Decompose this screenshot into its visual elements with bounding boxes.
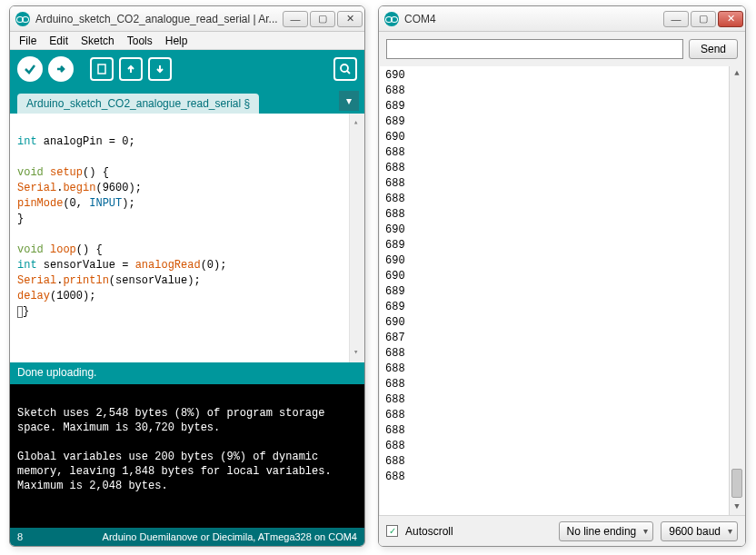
- scroll-thumb[interactable]: [731, 469, 742, 498]
- serial-line: 688: [385, 161, 739, 176]
- code-token: int: [17, 135, 37, 148]
- send-row: Send: [379, 32, 745, 66]
- serial-line: 690: [385, 130, 739, 145]
- serial-line: 688: [385, 408, 739, 423]
- code-editor[interactable]: int analogPin = 0; void setup() { Serial…: [10, 114, 364, 362]
- autoscroll-label: Autoscroll: [405, 525, 453, 538]
- tabbar: Arduino_sketch_CO2_analogue_read_serial …: [10, 88, 364, 114]
- serial-line: 688: [385, 207, 739, 223]
- serial-line: 688: [385, 145, 739, 161]
- arduino-icon: [15, 12, 30, 26]
- serial-line: 688: [385, 470, 739, 485]
- maximize-button[interactable]: ▢: [310, 11, 335, 27]
- svg-point-1: [341, 64, 348, 72]
- sketch-tab[interactable]: Arduino_sketch_CO2_analogue_read_serial …: [17, 94, 259, 114]
- arduino-ide-window: Arduino_sketch_CO2_analogue_read_serial …: [9, 5, 365, 547]
- cursor: [17, 306, 23, 318]
- menu-help[interactable]: Help: [160, 34, 194, 48]
- serial-line: 688: [385, 192, 739, 207]
- ide-titlebar[interactable]: Arduino_sketch_CO2_analogue_read_serial …: [10, 6, 364, 32]
- close-button[interactable]: ✕: [718, 11, 743, 27]
- serial-line: 688: [385, 392, 739, 408]
- serial-line: 688: [385, 84, 739, 99]
- serial-line: 689: [385, 114, 739, 130]
- send-button[interactable]: Send: [689, 39, 738, 59]
- serial-line: 688: [385, 176, 739, 192]
- baud-select[interactable]: 9600 baud: [661, 521, 738, 541]
- menu-file[interactable]: File: [14, 34, 42, 48]
- serial-line: 689: [385, 300, 739, 315]
- svg-line-2: [347, 71, 350, 74]
- serial-titlebar[interactable]: COM4 — ▢ ✕: [379, 6, 745, 32]
- ide-title: Arduino_sketch_CO2_analogue_read_serial …: [35, 13, 283, 25]
- serial-title: COM4: [404, 13, 663, 25]
- line-number: 8: [17, 531, 23, 542]
- serial-scrollbar[interactable]: ▲ ▼: [729, 66, 744, 515]
- compiler-console[interactable]: Sketch uses 2,548 bytes (8%) of program …: [10, 384, 364, 528]
- serial-line: 690: [385, 269, 739, 284]
- serial-footer: ✓ Autoscroll No line ending 9600 baud: [379, 515, 745, 546]
- upload-button[interactable]: [48, 56, 74, 82]
- serial-output[interactable]: 6906886896896906886886886886886906896906…: [380, 66, 744, 515]
- ide-footer: 8 Arduino Duemilanove or Diecimila, ATme…: [10, 528, 364, 546]
- menu-sketch[interactable]: Sketch: [75, 34, 120, 48]
- serial-line: 688: [385, 377, 739, 392]
- board-info: Arduino Duemilanove or Diecimila, ATmega…: [103, 531, 357, 542]
- serial-line: 689: [385, 284, 739, 300]
- menu-tools[interactable]: Tools: [122, 34, 158, 48]
- close-button[interactable]: ✕: [337, 11, 363, 27]
- serial-line: 690: [385, 68, 739, 84]
- serial-monitor-button[interactable]: [333, 57, 357, 81]
- serial-line: 690: [385, 253, 739, 269]
- verify-button[interactable]: [17, 56, 43, 82]
- svg-rect-0: [98, 64, 105, 74]
- line-ending-select[interactable]: No line ending: [559, 521, 654, 541]
- editor-scrollbar[interactable]: [349, 114, 364, 362]
- menu-edit[interactable]: Edit: [44, 34, 74, 48]
- serial-line: 687: [385, 331, 739, 346]
- serial-line: 689: [385, 99, 739, 114]
- toolbar: [10, 50, 364, 88]
- tab-menu-button[interactable]: ▾: [339, 91, 359, 111]
- status-bar: Done uploading.: [10, 362, 364, 384]
- save-button[interactable]: [148, 57, 172, 81]
- scroll-down-icon[interactable]: ▼: [730, 500, 744, 515]
- scroll-up-icon[interactable]: ▲: [730, 66, 744, 82]
- menubar: File Edit Sketch Tools Help: [10, 32, 364, 50]
- serial-line: 688: [385, 439, 739, 454]
- minimize-button[interactable]: —: [663, 11, 689, 27]
- serial-line: 688: [385, 346, 739, 362]
- serial-line: 690: [385, 315, 739, 331]
- serial-line: 688: [385, 423, 739, 439]
- maximize-button[interactable]: ▢: [691, 11, 716, 27]
- autoscroll-checkbox[interactable]: ✓: [386, 525, 398, 537]
- serial-line: 689: [385, 238, 739, 253]
- arduino-icon: [384, 12, 399, 26]
- serial-monitor-window: COM4 — ▢ ✕ Send 690688689689690688688688…: [378, 5, 746, 547]
- minimize-button[interactable]: —: [283, 11, 308, 27]
- serial-line: 688: [385, 362, 739, 377]
- serial-line: 688: [385, 454, 739, 470]
- serial-input[interactable]: [386, 39, 683, 59]
- new-button[interactable]: [90, 57, 114, 81]
- open-button[interactable]: [119, 57, 143, 81]
- serial-line: 690: [385, 223, 739, 238]
